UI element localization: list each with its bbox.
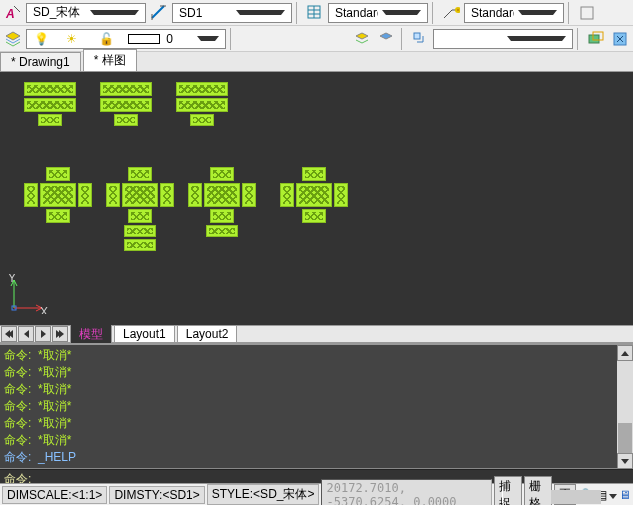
separator [230,28,234,50]
status-dimsty: DIMSTY:<SD1> [109,486,204,504]
block-icon[interactable] [409,28,431,50]
svg-rect-4 [414,33,420,39]
mleader-style-combo[interactable]: Standard [464,3,564,23]
svg-rect-8 [12,306,16,310]
command-history-line: 命令: *取消* [4,364,629,381]
command-history-line: 命令: *取消* [4,415,629,432]
svg-text:A: A [5,7,15,21]
command-help-line: 命令: _HELP [4,449,629,466]
status-monitor-icon[interactable]: 🖥 [619,484,631,506]
drawing-block [210,167,234,181]
layer-lock-icon: 🔓 [95,32,125,46]
command-scrollbar[interactable] [617,345,633,469]
chevron-down-icon [232,10,289,15]
drawing-block [124,225,156,237]
drawing-block [46,209,70,223]
status-coords: 20172.7010, -5370.6254, 0.0000 [321,479,492,506]
separator [568,2,572,24]
command-history[interactable]: 命令: *取消*命令: *取消*命令: *取消*命令: *取消*命令: *取消*… [0,345,633,469]
layer-on-icon: 💡 [30,32,60,46]
model-viewport[interactable]: Y X [0,72,633,325]
drawing-block [176,98,228,112]
hscroll-track[interactable] [551,490,601,504]
drawing-block [24,98,76,112]
drawing-block [128,167,152,181]
drawing-block [190,114,214,126]
scroll-up-icon[interactable] [617,345,633,361]
drawing-tabs: * Drawing1 * 样图 [0,52,633,72]
drawing-block [176,82,228,96]
chevron-down-icon [503,36,570,41]
tab-nav-last[interactable] [52,326,68,342]
drawing-block [296,183,332,207]
layout-tab-model[interactable]: 模型 [70,324,112,345]
svg-text:X: X [40,305,48,314]
tab-nav-first[interactable] [1,326,17,342]
drawing-block [122,183,158,207]
layer-value: 0 [162,32,192,46]
table-style-combo[interactable]: Standard [328,3,428,23]
layer-previous-icon[interactable] [375,28,397,50]
dim-style-combo[interactable]: SD1 [172,3,292,23]
separator [577,28,581,50]
layer-states-icon[interactable] [351,28,373,50]
separator [432,2,436,24]
drawing-block [114,114,138,126]
separator [401,28,405,50]
layer-combo[interactable]: 💡 ☀ 🔓 0 [26,29,226,49]
chevron-down-icon [514,10,561,15]
tab-nav-next[interactable] [35,326,51,342]
status-bar: DIMSCALE:<1:1> DIMSTY:<SD1> STYLE:<SD_宋体… [0,483,633,505]
layers-icon[interactable] [2,28,24,50]
drawing-block [24,82,76,96]
layout-tab-2[interactable]: Layout2 [177,325,238,343]
scroll-down-icon[interactable] [617,453,633,469]
block-combo[interactable] [433,29,573,49]
textstyle-icon[interactable]: A [2,2,24,24]
command-panel: 命令: *取消*命令: *取消*命令: *取消*命令: *取消*命令: *取消*… [0,343,633,483]
layout-tab-1[interactable]: Layout1 [114,325,175,343]
drawing-block [334,183,348,207]
extra-button[interactable] [576,2,598,24]
drawing-block [78,183,92,207]
font-style-combo[interactable]: SD_宋体 [26,3,146,23]
status-style: STYLE:<SD_宋体> [207,484,320,505]
drawing-block [38,114,62,126]
svg-rect-3 [581,7,593,19]
mleaderstyle-icon[interactable] [440,2,462,24]
drawing-block [210,209,234,223]
table-style-value: Standard [331,6,378,20]
tab-nav-prev[interactable] [18,326,34,342]
grid-toggle[interactable]: 栅格 [524,476,552,506]
drawing-block [40,183,76,207]
drawing-block [100,82,152,96]
scroll-thumb[interactable] [618,423,632,453]
drawing-block [242,183,256,207]
snap-toggle[interactable]: 捕捉 [494,476,522,506]
chevron-down-icon [193,36,223,41]
drawing-tab-1[interactable]: * 样图 [83,49,137,71]
mleader-style-value: Standard [467,6,514,20]
dim-style-value: SD1 [175,6,232,20]
ucs-icon: Y X [8,274,48,317]
dimstyle-icon[interactable] [148,2,170,24]
command-history-line: 命令: *取消* [4,381,629,398]
drawing-block [124,239,156,251]
status-dimscale: DIMSCALE:<1:1> [2,486,107,504]
command-history-line: 命令: *取消* [4,398,629,415]
drawing-tab-0[interactable]: * Drawing1 [0,52,81,71]
layer-color-icon [128,34,160,44]
tool-icon-b[interactable] [609,28,631,50]
svg-rect-5 [589,35,599,43]
status-dropdown-icon[interactable] [609,488,617,502]
svg-text:Y: Y [8,274,16,285]
drawing-block [100,98,152,112]
tablestyle-icon[interactable] [304,2,326,24]
font-style-value: SD_宋体 [29,4,86,21]
command-history-line: 命令: *取消* [4,432,629,449]
chevron-down-icon [86,10,143,15]
tool-icon-a[interactable] [585,28,607,50]
toolbar-row-styles: A SD_宋体 SD1 Standard Standard [0,0,633,26]
command-history-line: 命令: *取消* [4,347,629,364]
drawing-block [204,183,240,207]
